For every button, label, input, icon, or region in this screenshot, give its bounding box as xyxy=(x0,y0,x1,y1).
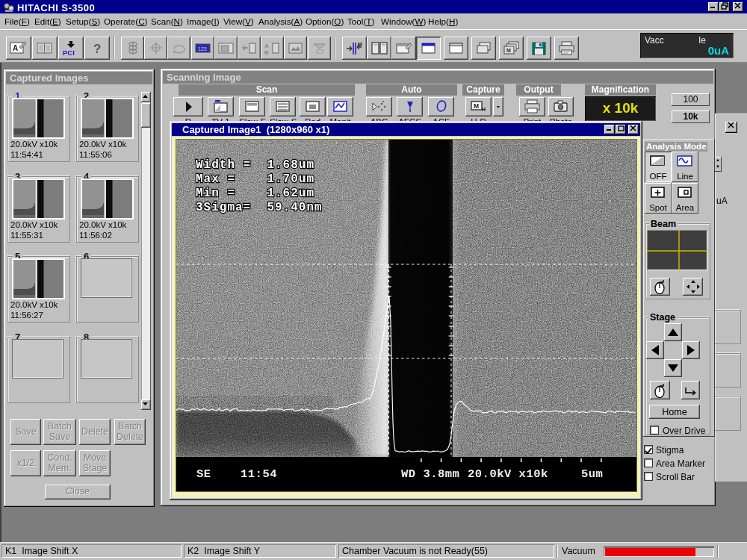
svg-text:H: H xyxy=(482,107,486,112)
svg-text:?: ? xyxy=(93,42,101,56)
svg-text:M: M xyxy=(358,42,362,47)
svg-text:B: B xyxy=(264,49,269,56)
svg-text:5um: 5um xyxy=(581,467,603,481)
svg-text:WD 3.8mm: WD 3.8mm xyxy=(401,467,459,481)
svg-text:20.0kV x10k: 20.0kV x10k xyxy=(468,467,548,481)
svg-text:PCI: PCI xyxy=(63,49,75,57)
svg-text:3Sigma= 59.40nm: 3Sigma= 59.40nm xyxy=(196,201,323,214)
svg-text:SE: SE xyxy=(196,467,211,481)
svg-text:A: A xyxy=(264,43,269,49)
svg-text:M: M xyxy=(506,48,511,53)
svg-text:Max = 1.70um: Max = 1.70um xyxy=(196,172,314,186)
svg-text:M: M xyxy=(474,102,479,110)
svg-text:123: 123 xyxy=(198,46,207,51)
svg-text:A: A xyxy=(13,44,18,52)
svg-text:Min = 1.62um: Min = 1.62um xyxy=(196,187,314,200)
svg-text:Width = 1.68um: Width = 1.68um xyxy=(196,158,314,172)
svg-text:11:54: 11:54 xyxy=(241,467,277,481)
